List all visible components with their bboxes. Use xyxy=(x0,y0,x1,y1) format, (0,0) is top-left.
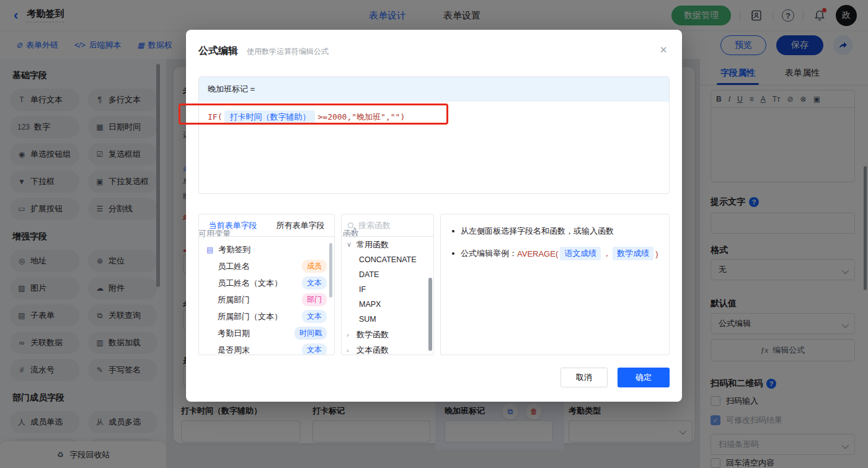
tab-all-form-fields[interactable]: 所有表单字段 xyxy=(267,214,334,236)
variable-row[interactable]: 是否周末文本 xyxy=(199,342,334,355)
variable-row[interactable]: 所属部门部门 xyxy=(199,291,334,308)
formula-editor: 晚加班标记 = IF(打卡时间（数字辅助）>=2000,"晚加班","") xyxy=(198,76,670,194)
modal-header: 公式编辑 使用数学运算符编辑公式 × xyxy=(186,30,682,58)
type-badge: 文本 xyxy=(302,310,327,323)
variable-row[interactable]: 考勤日期时间戳 xyxy=(199,325,334,342)
example-field-chip: 语文成绩 xyxy=(560,247,601,260)
bullet xyxy=(452,230,454,232)
variables-scrollbar[interactable] xyxy=(329,243,332,298)
search-icon xyxy=(348,223,353,228)
page: ‹ 考勤签到 表单设计 表单设置 数据管理 ? 政 ⊘ 表单外链 xyxy=(0,0,868,468)
confirm-button[interactable]: 确定 xyxy=(618,368,670,387)
example-function: AVERAGE( xyxy=(517,249,558,258)
help-line-1: 从左侧面板选择字段名和函数，或输入函数 xyxy=(461,226,614,237)
group-common-functions[interactable]: ∨常用函数 xyxy=(342,237,433,252)
modal-subtitle: 使用数学运算符编辑公式 xyxy=(247,46,329,57)
type-badge: 文本 xyxy=(302,343,327,355)
chevron-right-icon: › xyxy=(347,331,353,338)
type-badge: 文本 xyxy=(302,276,327,289)
close-icon[interactable]: × xyxy=(660,43,667,56)
function-item[interactable]: SUM xyxy=(342,312,433,327)
formula-help-panel: 从左侧面板选择字段名和函数，或输入函数 公式编辑举例： AVERAGE( 语文成… xyxy=(440,214,670,355)
chevron-right-icon: › xyxy=(347,347,353,354)
example-comma: ， xyxy=(603,248,611,259)
form-doc-icon: ▤ xyxy=(206,245,213,254)
formula-input-area[interactable]: IF(打卡时间（数字辅助）>=2000,"晚加班","") xyxy=(199,102,669,193)
variable-row[interactable]: 员工姓名（文本）文本 xyxy=(199,275,334,291)
type-badge: 时间戳 xyxy=(294,327,327,340)
modal-title: 公式编辑 xyxy=(198,45,238,58)
variable-row[interactable]: 员工姓名成员 xyxy=(199,258,334,275)
example-field-chip: 数学成绩 xyxy=(613,247,653,260)
bullet xyxy=(452,252,454,255)
tree-root-form[interactable]: ▤ 考勤签到 xyxy=(199,242,334,258)
variables-tabs: 当前表单字段 所有表单字段 xyxy=(199,214,334,237)
tab-current-form-fields[interactable]: 当前表单字段 xyxy=(199,214,267,236)
function-item[interactable]: CONCATENATE xyxy=(342,252,433,267)
chevron-down-icon: ∨ xyxy=(347,241,353,249)
variables-panel: 当前表单字段 所有表单字段 ▤ 考勤签到 员工姓名成员 员工姓名（文本）文本 所… xyxy=(198,214,335,355)
group-text-functions[interactable]: ›文本函数 xyxy=(342,342,433,355)
functions-scrollbar[interactable] xyxy=(428,278,432,351)
formula-rest: >=2000,"晚加班","") xyxy=(317,112,405,121)
help-line-2: 公式编辑举例： xyxy=(461,248,517,259)
variable-row[interactable]: 所属部门（文本）文本 xyxy=(199,308,334,325)
function-item[interactable]: MAPX xyxy=(342,297,433,312)
cancel-button[interactable]: 取消 xyxy=(560,368,608,387)
formula-edit-modal: 公式编辑 使用数学运算符编辑公式 × 晚加班标记 = IF(打卡时间（数字辅助）… xyxy=(186,30,682,402)
type-badge: 部门 xyxy=(302,293,327,306)
example-close-paren: ) xyxy=(655,249,658,258)
formula-target: 晚加班标记 = xyxy=(199,77,669,102)
function-item[interactable]: IF xyxy=(342,282,433,297)
field-token-chip: 打卡时间（数字辅助） xyxy=(224,110,315,124)
functions-panel: 搜索函数 ∨常用函数 CONCATENATE DATE IF MAPX SUM … xyxy=(341,214,434,355)
function-search-input[interactable]: 搜索函数 xyxy=(342,214,433,237)
group-math-functions[interactable]: ›数学函数 xyxy=(342,327,433,342)
type-badge: 成员 xyxy=(302,260,327,273)
function-item[interactable]: DATE xyxy=(342,267,433,282)
modal-footer: 取消 确定 xyxy=(560,368,670,387)
variables-tree: ▤ 考勤签到 员工姓名成员 员工姓名（文本）文本 所属部门部门 所属部门（文本）… xyxy=(199,237,334,355)
formula-function: IF( xyxy=(208,112,222,121)
search-placeholder: 搜索函数 xyxy=(358,220,391,231)
